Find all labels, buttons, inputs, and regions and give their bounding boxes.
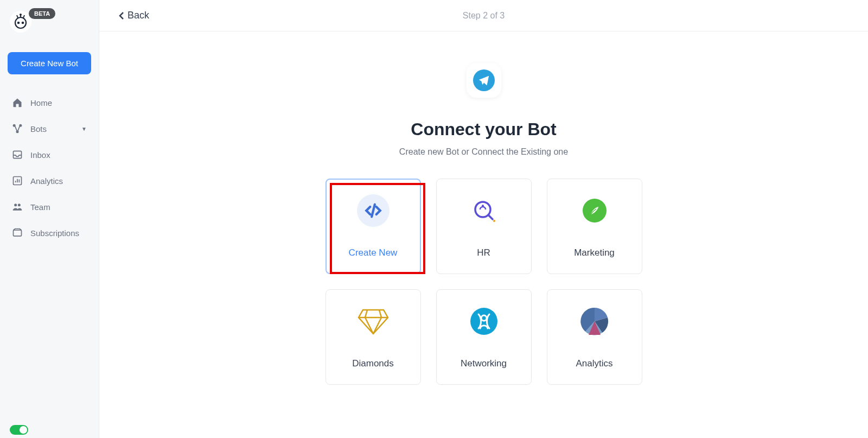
networking-icon (468, 305, 500, 338)
content: Connect your Bot Create new Bot or Conne… (99, 31, 868, 438)
card-label: Diamonds (352, 358, 394, 369)
page-title: Connect your Bot (411, 119, 556, 139)
svg-line-6 (23, 15, 24, 18)
card-diamonds[interactable]: Diamonds (326, 289, 421, 385)
create-new-bot-button[interactable]: Create New Bot (8, 52, 91, 74)
sidebar-item-subscriptions[interactable]: Subscriptions (0, 220, 99, 246)
team-icon (12, 201, 23, 212)
step-indicator: Step 2 of 3 (463, 11, 505, 21)
home-icon (12, 97, 23, 108)
sidebar-item-label: Home (30, 98, 52, 107)
svg-rect-14 (14, 230, 22, 236)
online-toggle[interactable] (10, 425, 28, 435)
bots-icon (12, 123, 23, 134)
card-label: Create New (349, 247, 398, 258)
app-logo[interactable] (10, 11, 31, 33)
sidebar-nav: Home Bots ▼ Inbox Analytics Team Subscri… (0, 90, 99, 246)
svg-point-16 (482, 205, 484, 207)
sidebar-item-home[interactable]: Home (0, 90, 99, 116)
diamond-icon (357, 305, 390, 338)
analytics-icon (12, 175, 23, 186)
back-button[interactable]: Back (119, 10, 149, 21)
card-hr[interactable]: HR (436, 179, 532, 274)
svg-point-0 (15, 17, 26, 28)
code-icon (357, 194, 390, 227)
subscriptions-icon (12, 227, 23, 238)
svg-point-2 (22, 22, 24, 24)
logo-area: BETA (0, 0, 99, 39)
card-label: HR (477, 247, 490, 258)
sidebar-item-analytics[interactable]: Analytics (0, 168, 99, 194)
svg-point-17 (493, 220, 495, 222)
sidebar-item-label: Team (30, 202, 50, 212)
sidebar-item-bots[interactable]: Bots ▼ (0, 116, 99, 142)
main-area: Back Step 2 of 3 Connect your Bot Create… (99, 0, 868, 438)
telegram-icon (473, 69, 495, 91)
page-subtitle: Create new Bot or Connect the Existing o… (399, 147, 568, 157)
hr-icon (468, 194, 500, 227)
svg-point-1 (17, 22, 20, 24)
inbox-icon (12, 149, 23, 160)
card-analytics[interactable]: Analytics (547, 289, 642, 385)
back-label: Back (127, 10, 149, 21)
sidebar-item-label: Inbox (30, 150, 50, 160)
online-status[interactable] (10, 425, 28, 435)
header: Back Step 2 of 3 (99, 0, 868, 31)
card-create-new[interactable]: Create New (326, 179, 421, 274)
marketing-icon (578, 194, 611, 227)
card-label: Marketing (574, 247, 615, 258)
sidebar-item-label: Subscriptions (30, 228, 79, 238)
beta-badge: BETA (29, 8, 55, 19)
card-label: Networking (461, 358, 507, 369)
sidebar-item-inbox[interactable]: Inbox (0, 142, 99, 168)
pie-chart-icon (578, 305, 611, 338)
sidebar-item-team[interactable]: Team (0, 194, 99, 220)
chevron-down-icon: ▼ (81, 126, 87, 132)
card-label: Analytics (576, 358, 612, 369)
svg-point-12 (14, 204, 17, 206)
platform-icon-box (467, 63, 501, 98)
chevron-left-icon (119, 11, 124, 20)
svg-point-13 (18, 204, 21, 206)
sidebar-item-label: Bots (30, 124, 47, 134)
bot-logo-icon (12, 14, 29, 30)
sidebar: BETA Create New Bot Home Bots ▼ Inbox An… (0, 0, 99, 438)
template-grid: Create New HR Marketing Diamonds (326, 179, 642, 385)
svg-line-5 (17, 15, 18, 18)
card-marketing[interactable]: Marketing (547, 179, 642, 274)
sidebar-item-label: Analytics (30, 176, 63, 186)
card-networking[interactable]: Networking (436, 289, 532, 385)
svg-point-4 (20, 14, 22, 16)
